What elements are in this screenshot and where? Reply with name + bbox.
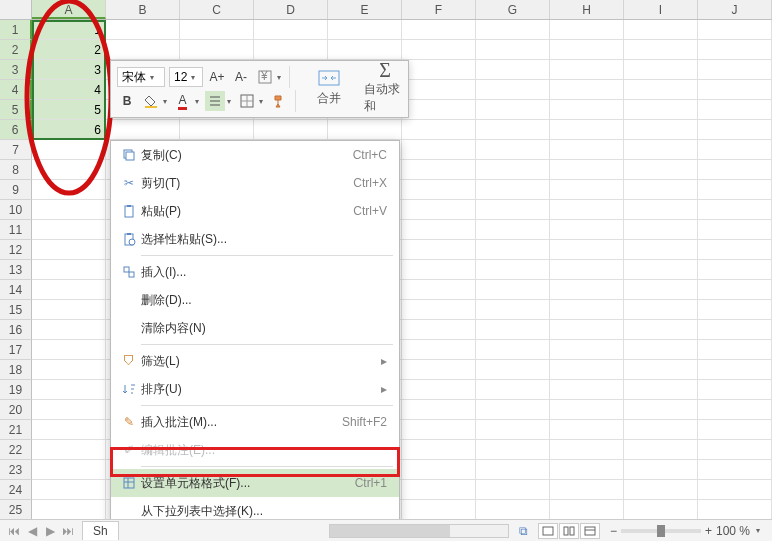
cell-F13[interactable] [402,260,476,280]
col-header-A[interactable]: A [32,0,106,19]
cell-F19[interactable] [402,380,476,400]
cell-A25[interactable] [32,500,106,519]
cell-A19[interactable] [32,380,106,400]
cell-H5[interactable] [550,100,624,120]
col-header-B[interactable]: B [106,0,180,19]
cell-A8[interactable] [32,160,106,180]
cell-G10[interactable] [476,200,550,220]
cell-D1[interactable] [254,20,328,40]
cell-J18[interactable] [698,360,772,380]
tab-prev-button[interactable]: ◀ [24,524,40,538]
col-header-J[interactable]: J [698,0,772,19]
cell-H21[interactable] [550,420,624,440]
row-header-11[interactable]: 11 [0,220,32,240]
cell-F21[interactable] [402,420,476,440]
cell-H3[interactable] [550,60,624,80]
border-button[interactable] [237,91,257,111]
cell-I11[interactable] [624,220,698,240]
cell-G24[interactable] [476,480,550,500]
row-header-13[interactable]: 13 [0,260,32,280]
font-name-select[interactable]: 宋体▾ [117,67,165,87]
cell-A12[interactable] [32,240,106,260]
row-header-22[interactable]: 22 [0,440,32,460]
view-layout-button[interactable] [580,523,600,539]
cell-H9[interactable] [550,180,624,200]
cell-F3[interactable] [402,60,476,80]
row-header-16[interactable]: 16 [0,320,32,340]
col-header-F[interactable]: F [402,0,476,19]
fill-color-drop[interactable]: ▾ [161,97,169,106]
cell-F1[interactable] [402,20,476,40]
cell-A22[interactable] [32,440,106,460]
cell-G3[interactable] [476,60,550,80]
cell-I12[interactable] [624,240,698,260]
cell-G17[interactable] [476,340,550,360]
row-header-4[interactable]: 4 [0,80,32,100]
row-header-15[interactable]: 15 [0,300,32,320]
cell-F7[interactable] [402,140,476,160]
cell-A7[interactable] [32,140,106,160]
cell-F15[interactable] [402,300,476,320]
cell-F14[interactable] [402,280,476,300]
cell-G5[interactable] [476,100,550,120]
row-header-19[interactable]: 19 [0,380,32,400]
cell-G19[interactable] [476,380,550,400]
cell-A24[interactable] [32,480,106,500]
cell-H16[interactable] [550,320,624,340]
book-icon[interactable]: ⧉ [519,524,528,538]
cell-A9[interactable] [32,180,106,200]
cell-H7[interactable] [550,140,624,160]
cell-J14[interactable] [698,280,772,300]
row-header-23[interactable]: 23 [0,460,32,480]
cell-A2[interactable]: 2 [32,40,106,60]
cell-G8[interactable] [476,160,550,180]
cell-G7[interactable] [476,140,550,160]
row-header-12[interactable]: 12 [0,240,32,260]
menu-filter[interactable]: ⛉ 筛选(L) ▸ [111,347,399,375]
col-header-E[interactable]: E [328,0,402,19]
format-painter-button[interactable] [269,91,289,111]
cell-A17[interactable] [32,340,106,360]
row-header-17[interactable]: 17 [0,340,32,360]
cell-H25[interactable] [550,500,624,519]
cell-A18[interactable] [32,360,106,380]
cell-J4[interactable] [698,80,772,100]
cell-F25[interactable] [402,500,476,519]
cell-C1[interactable] [180,20,254,40]
cell-F24[interactable] [402,480,476,500]
cell-A5[interactable]: 5 [32,100,106,120]
cell-D6[interactable] [254,120,328,140]
cell-F22[interactable] [402,440,476,460]
cell-I3[interactable] [624,60,698,80]
menu-copy[interactable]: 复制(C) Ctrl+C [111,141,399,169]
number-format-button[interactable]: ¥ [255,67,275,87]
cell-G4[interactable] [476,80,550,100]
cell-A13[interactable] [32,260,106,280]
cell-H23[interactable] [550,460,624,480]
cell-F18[interactable] [402,360,476,380]
row-header-9[interactable]: 9 [0,180,32,200]
cell-A20[interactable] [32,400,106,420]
cell-J10[interactable] [698,200,772,220]
cell-A23[interactable] [32,460,106,480]
cell-B2[interactable] [106,40,180,60]
menu-insert-comment[interactable]: ✎ 插入批注(M)... Shift+F2 [111,408,399,436]
menu-paste-special[interactable]: 选择性粘贴(S)... [111,225,399,253]
cell-G16[interactable] [476,320,550,340]
cell-H20[interactable] [550,400,624,420]
row-header-2[interactable]: 2 [0,40,32,60]
row-header-24[interactable]: 24 [0,480,32,500]
row-header-8[interactable]: 8 [0,160,32,180]
cell-I4[interactable] [624,80,698,100]
cell-G22[interactable] [476,440,550,460]
cell-G11[interactable] [476,220,550,240]
cell-I19[interactable] [624,380,698,400]
cell-C6[interactable] [180,120,254,140]
cell-F16[interactable] [402,320,476,340]
cell-H17[interactable] [550,340,624,360]
menu-format-cells[interactable]: 设置单元格格式(F)... Ctrl+1 [111,469,399,497]
row-header-6[interactable]: 6 [0,120,32,140]
cell-I5[interactable] [624,100,698,120]
cell-H19[interactable] [550,380,624,400]
cell-F5[interactable] [402,100,476,120]
